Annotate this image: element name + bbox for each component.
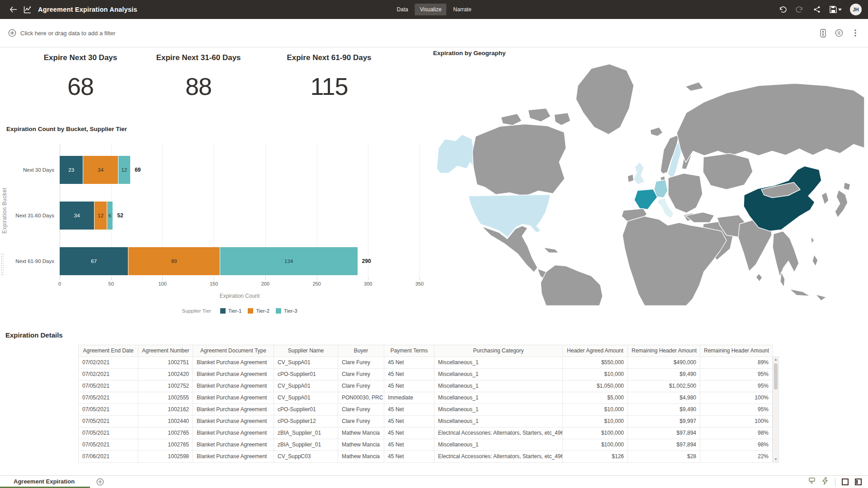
map-region-iceland[interactable]: [650, 127, 663, 136]
column-header[interactable]: Buyer: [338, 345, 384, 357]
kpi-expire-31-60[interactable]: Expire Next 31-60 Days 88: [135, 53, 262, 100]
column-header[interactable]: Agreement Number: [138, 345, 193, 357]
map-region-philippines[interactable]: [812, 255, 818, 267]
undo-icon[interactable]: [778, 5, 787, 14]
map-region-france[interactable]: [634, 189, 657, 210]
map-region-canada[interactable]: [472, 124, 566, 197]
bar-segment-tier-1[interactable]: 23: [60, 156, 83, 184]
map-region-eastern-europe[interactable]: [668, 174, 703, 213]
map-region-china[interactable]: [744, 166, 821, 231]
map-region-south-america[interactable]: [541, 265, 603, 306]
table-scrollbar[interactable]: ▲ ▼: [773, 357, 779, 463]
table-row[interactable]: 07/05/20211002765Blanket Purchase Agreem…: [79, 439, 773, 451]
scroll-thumb[interactable]: [774, 363, 778, 389]
filter-menu-icon[interactable]: [851, 28, 860, 38]
legend-item-tier-3[interactable]: Tier-3: [276, 308, 297, 314]
table-row[interactable]: 07/05/20211002162Blanket Purchase Agreem…: [79, 404, 773, 416]
filter-list-icon[interactable]: [835, 28, 844, 38]
bar-segment-tier-2[interactable]: 12: [94, 202, 107, 230]
map-region-malaysia[interactable]: [780, 272, 785, 287]
tick-mark: [317, 277, 317, 280]
column-header[interactable]: Agreement End Date: [79, 345, 138, 357]
table-row[interactable]: 07/05/20211002765Blanket Purchase Agreem…: [79, 427, 773, 439]
redo-icon[interactable]: [795, 5, 804, 14]
tab-narrate[interactable]: Narrate: [448, 4, 476, 15]
bar-segment-tier-3[interactable]: 6: [107, 202, 113, 230]
table-row[interactable]: 07/05/20211002555Blanket Purchase Agreem…: [79, 392, 773, 404]
bar-segment-tier-1[interactable]: 67: [60, 247, 128, 275]
table-row[interactable]: 07/02/20211002751Blanket Purchase Agreem…: [79, 357, 773, 369]
map-region-taiwan[interactable]: [811, 237, 814, 244]
kpi-expire-61-90[interactable]: Expire Next 61-90 Days 115: [266, 53, 392, 100]
table-row[interactable]: 07/02/20211002420Blanket Purchase Agreem…: [79, 369, 773, 380]
map-region-indonesia[interactable]: [789, 289, 810, 296]
toggle-data-panel-icon[interactable]: [855, 479, 862, 485]
bar-segment-tier-2[interactable]: 34: [83, 156, 118, 184]
tick-mark: [60, 277, 60, 280]
avatar[interactable]: JH: [850, 4, 862, 15]
column-header[interactable]: Header Agreed Amount: [563, 345, 628, 357]
auto-apply-lightning-icon[interactable]: [822, 477, 829, 487]
table-row[interactable]: 07/05/20211002440Blanket Purchase Agreem…: [79, 416, 773, 427]
map-region-central-asia[interactable]: [703, 154, 753, 190]
map-region-japan[interactable]: [835, 190, 848, 218]
map-region-arctic-island[interactable]: [554, 113, 571, 126]
category-label: Next 30 Days: [23, 156, 54, 184]
map-region-korea[interactable]: [821, 192, 829, 205]
world-map[interactable]: [432, 59, 866, 306]
map-region-united-states[interactable]: [468, 195, 551, 238]
bar-segment-tier-1[interactable]: 34: [60, 202, 94, 230]
legend-item-tier-2[interactable]: Tier-2: [248, 308, 269, 314]
map-region-sri-lanka[interactable]: [756, 274, 762, 282]
toggle-grammar-panel-icon[interactable]: [842, 479, 849, 485]
map-region-arctic-island[interactable]: [528, 108, 551, 122]
bar-segment-tier-2[interactable]: 89: [128, 247, 220, 275]
map-region-united-kingdom[interactable]: [633, 162, 645, 185]
column-header[interactable]: Agreement Document Type: [193, 345, 274, 357]
table-row[interactable]: 07/05/20211002752Blanket Purchase Agreem…: [79, 380, 773, 392]
back-button[interactable]: [6, 3, 20, 16]
save-button[interactable]: [830, 6, 842, 13]
map-region-japan[interactable]: [844, 183, 850, 191]
filter-controls-icon[interactable]: [818, 28, 827, 38]
column-header[interactable]: Supplier Name: [274, 345, 338, 357]
map-region-greenland[interactable]: [576, 64, 634, 135]
map-region-island[interactable]: [685, 82, 703, 91]
scroll-down-icon[interactable]: ▼: [773, 457, 778, 462]
column-header[interactable]: Payment Terms: [384, 345, 434, 357]
add-filter-label: Click here or drag data to add a filter: [20, 30, 115, 37]
map-region-arctic-island[interactable]: [501, 114, 522, 126]
table-cell: $126: [563, 451, 628, 463]
column-header[interactable]: Purchasing Category: [434, 345, 563, 357]
tab-data[interactable]: Data: [392, 4, 413, 15]
tab-visualize[interactable]: Visualize: [415, 4, 447, 15]
legend-item-tier-1[interactable]: Tier-1: [220, 308, 242, 314]
kpi-expire-30[interactable]: Expire Next 30 Days 68: [17, 53, 144, 100]
add-canvas-button[interactable]: [96, 478, 104, 486]
map-region-ireland[interactable]: [627, 174, 634, 183]
map-region-southeast-asia[interactable]: [773, 231, 799, 277]
canvas-tab-agreement-expiration[interactable]: Agreement Expiration: [0, 476, 90, 488]
top-bar: Agreement Expiration Analysis Data Visua…: [0, 0, 868, 19]
column-header[interactable]: Remaining Header Amount: [628, 345, 700, 357]
save-icon: [830, 6, 837, 13]
map-region-cuba[interactable]: [543, 248, 559, 253]
map-region-africa[interactable]: [623, 216, 726, 306]
scroll-up-icon[interactable]: ▲: [773, 357, 778, 362]
share-icon[interactable]: [812, 5, 821, 14]
add-filter-button[interactable]: Click here or drag data to add a filter: [8, 29, 115, 37]
category-label: Next 61-90 Days: [15, 247, 54, 275]
x-tick-label: 0: [58, 281, 61, 286]
table-cell: Mathew Mancia: [338, 451, 384, 463]
table-row[interactable]: 07/06/20211002598Blanket Purchase Agreem…: [79, 451, 773, 463]
map-region-russia[interactable]: [677, 84, 864, 163]
table-cell: Miscellaneous_1: [434, 369, 563, 380]
column-header[interactable]: Remaining Header Amount: [700, 345, 773, 357]
map-region-indonesia[interactable]: [816, 295, 826, 301]
touch-up-brush-icon[interactable]: [808, 477, 816, 487]
table-cell: Blanket Purchase Agreement: [193, 392, 274, 404]
table-cell: Mathew Mancia: [338, 439, 384, 451]
tick-mark: [162, 277, 163, 280]
bar-segment-tier-3[interactable]: 12: [118, 156, 131, 184]
bar-segment-tier-3[interactable]: 134: [220, 247, 358, 275]
